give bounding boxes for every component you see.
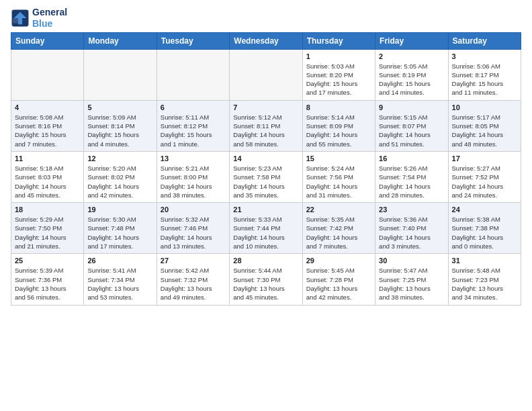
calendar-cell: 16Sunrise: 5:26 AM Sunset: 7:54 PM Dayli… xyxy=(375,151,448,202)
day-number: 6 xyxy=(161,103,226,111)
calendar-cell: 13Sunrise: 5:21 AM Sunset: 8:00 PM Dayli… xyxy=(157,151,229,202)
day-number: 31 xyxy=(452,257,517,265)
day-number: 21 xyxy=(233,205,298,214)
calendar-cell: 24Sunrise: 5:38 AM Sunset: 7:38 PM Dayli… xyxy=(448,203,521,254)
day-number: 25 xyxy=(15,257,80,265)
day-number: 1 xyxy=(306,52,371,60)
calendar-cell: 19Sunrise: 5:30 AM Sunset: 7:48 PM Dayli… xyxy=(84,203,157,254)
calendar-cell: 7Sunrise: 5:12 AM Sunset: 8:11 PM Daylig… xyxy=(230,100,302,151)
calendar: SundayMondayTuesdayWednesdayThursdayFrid… xyxy=(11,32,521,306)
day-number: 10 xyxy=(452,103,517,111)
day-info: Sunrise: 5:29 AM Sunset: 7:50 PM Dayligh… xyxy=(15,215,80,250)
day-info: Sunrise: 5:23 AM Sunset: 7:58 PM Dayligh… xyxy=(233,164,298,199)
day-number: 3 xyxy=(452,52,517,60)
day-info: Sunrise: 5:38 AM Sunset: 7:38 PM Dayligh… xyxy=(452,215,517,250)
day-number: 22 xyxy=(306,205,371,214)
day-number: 5 xyxy=(87,103,152,111)
calendar-cell: 28Sunrise: 5:44 AM Sunset: 7:30 PM Dayli… xyxy=(230,254,302,305)
day-number: 4 xyxy=(15,103,80,111)
day-info: Sunrise: 5:48 AM Sunset: 7:23 PM Dayligh… xyxy=(452,266,517,302)
day-number: 11 xyxy=(15,154,80,163)
weekday-header-saturday: Saturday xyxy=(448,32,521,49)
day-number: 15 xyxy=(306,154,371,163)
calendar-cell: 15Sunrise: 5:24 AM Sunset: 7:56 PM Dayli… xyxy=(302,151,375,202)
calendar-cell: 8Sunrise: 5:14 AM Sunset: 8:09 PM Daylig… xyxy=(302,100,375,151)
day-info: Sunrise: 5:06 AM Sunset: 8:17 PM Dayligh… xyxy=(452,62,517,97)
day-info: Sunrise: 5:09 AM Sunset: 8:14 PM Dayligh… xyxy=(87,113,152,148)
day-number: 18 xyxy=(15,205,80,214)
day-number: 24 xyxy=(452,205,517,214)
calendar-cell: 6Sunrise: 5:11 AM Sunset: 8:12 PM Daylig… xyxy=(157,100,229,151)
calendar-cell: 4Sunrise: 5:08 AM Sunset: 8:16 PM Daylig… xyxy=(11,100,84,151)
calendar-cell: 25Sunrise: 5:39 AM Sunset: 7:36 PM Dayli… xyxy=(11,254,84,305)
weekday-header-monday: Monday xyxy=(84,32,157,49)
day-number: 28 xyxy=(233,257,298,265)
logo: General Blue xyxy=(11,7,67,30)
calendar-cell: 3Sunrise: 5:06 AM Sunset: 8:17 PM Daylig… xyxy=(448,49,521,100)
day-number: 27 xyxy=(161,257,226,265)
day-number: 13 xyxy=(161,154,226,163)
calendar-week-5: 25Sunrise: 5:39 AM Sunset: 7:36 PM Dayli… xyxy=(11,254,521,305)
day-number: 16 xyxy=(379,154,444,163)
day-info: Sunrise: 5:36 AM Sunset: 7:40 PM Dayligh… xyxy=(379,215,444,250)
calendar-cell xyxy=(84,49,157,100)
day-info: Sunrise: 5:17 AM Sunset: 8:05 PM Dayligh… xyxy=(452,113,517,148)
day-info: Sunrise: 5:35 AM Sunset: 7:42 PM Dayligh… xyxy=(306,215,371,250)
calendar-cell: 12Sunrise: 5:20 AM Sunset: 8:02 PM Dayli… xyxy=(84,151,157,202)
day-info: Sunrise: 5:11 AM Sunset: 8:12 PM Dayligh… xyxy=(161,113,226,148)
day-info: Sunrise: 5:08 AM Sunset: 8:16 PM Dayligh… xyxy=(15,113,80,148)
weekday-header-sunday: Sunday xyxy=(11,32,84,49)
calendar-cell: 29Sunrise: 5:45 AM Sunset: 7:28 PM Dayli… xyxy=(302,254,375,305)
calendar-cell: 30Sunrise: 5:47 AM Sunset: 7:25 PM Dayli… xyxy=(375,254,448,305)
day-info: Sunrise: 5:05 AM Sunset: 8:19 PM Dayligh… xyxy=(379,62,444,97)
day-number: 7 xyxy=(233,103,298,111)
calendar-week-4: 18Sunrise: 5:29 AM Sunset: 7:50 PM Dayli… xyxy=(11,203,521,254)
calendar-cell: 22Sunrise: 5:35 AM Sunset: 7:42 PM Dayli… xyxy=(302,203,375,254)
calendar-week-2: 4Sunrise: 5:08 AM Sunset: 8:16 PM Daylig… xyxy=(11,100,521,151)
weekday-header-thursday: Thursday xyxy=(302,32,375,49)
calendar-cell: 21Sunrise: 5:33 AM Sunset: 7:44 PM Dayli… xyxy=(230,203,302,254)
calendar-cell: 1Sunrise: 5:03 AM Sunset: 8:20 PM Daylig… xyxy=(302,49,375,100)
day-number: 19 xyxy=(87,205,152,214)
weekday-header-wednesday: Wednesday xyxy=(230,32,302,49)
day-info: Sunrise: 5:21 AM Sunset: 8:00 PM Dayligh… xyxy=(161,164,226,199)
calendar-week-3: 11Sunrise: 5:18 AM Sunset: 8:03 PM Dayli… xyxy=(11,151,521,202)
day-number: 26 xyxy=(87,257,152,265)
calendar-cell: 31Sunrise: 5:48 AM Sunset: 7:23 PM Dayli… xyxy=(448,254,521,305)
day-number: 9 xyxy=(379,103,444,111)
calendar-header-row: SundayMondayTuesdayWednesdayThursdayFrid… xyxy=(11,32,521,49)
day-number: 2 xyxy=(379,52,444,60)
day-number: 29 xyxy=(306,257,371,265)
day-info: Sunrise: 5:33 AM Sunset: 7:44 PM Dayligh… xyxy=(233,215,298,250)
day-info: Sunrise: 5:32 AM Sunset: 7:46 PM Dayligh… xyxy=(161,215,226,250)
day-number: 14 xyxy=(233,154,298,163)
calendar-cell: 17Sunrise: 5:27 AM Sunset: 7:52 PM Dayli… xyxy=(448,151,521,202)
calendar-cell xyxy=(157,49,229,100)
calendar-cell: 23Sunrise: 5:36 AM Sunset: 7:40 PM Dayli… xyxy=(375,203,448,254)
day-number: 23 xyxy=(379,205,444,214)
calendar-week-1: 1Sunrise: 5:03 AM Sunset: 8:20 PM Daylig… xyxy=(11,49,521,100)
day-info: Sunrise: 5:39 AM Sunset: 7:36 PM Dayligh… xyxy=(15,266,80,302)
calendar-cell: 18Sunrise: 5:29 AM Sunset: 7:50 PM Dayli… xyxy=(11,203,84,254)
day-info: Sunrise: 5:12 AM Sunset: 8:11 PM Dayligh… xyxy=(233,113,298,148)
logo-icon xyxy=(11,9,30,28)
svg-rect-2 xyxy=(13,18,18,24)
calendar-cell: 5Sunrise: 5:09 AM Sunset: 8:14 PM Daylig… xyxy=(84,100,157,151)
day-info: Sunrise: 5:45 AM Sunset: 7:28 PM Dayligh… xyxy=(306,266,371,302)
day-info: Sunrise: 5:14 AM Sunset: 8:09 PM Dayligh… xyxy=(306,113,371,148)
calendar-cell xyxy=(11,49,84,100)
calendar-cell: 9Sunrise: 5:15 AM Sunset: 8:07 PM Daylig… xyxy=(375,100,448,151)
day-info: Sunrise: 5:44 AM Sunset: 7:30 PM Dayligh… xyxy=(233,266,298,302)
calendar-cell: 10Sunrise: 5:17 AM Sunset: 8:05 PM Dayli… xyxy=(448,100,521,151)
calendar-cell: 26Sunrise: 5:41 AM Sunset: 7:34 PM Dayli… xyxy=(84,254,157,305)
day-info: Sunrise: 5:20 AM Sunset: 8:02 PM Dayligh… xyxy=(87,164,152,199)
day-info: Sunrise: 5:03 AM Sunset: 8:20 PM Dayligh… xyxy=(306,62,371,97)
day-info: Sunrise: 5:15 AM Sunset: 8:07 PM Dayligh… xyxy=(379,113,444,148)
logo-text: General Blue xyxy=(32,7,67,30)
day-info: Sunrise: 5:30 AM Sunset: 7:48 PM Dayligh… xyxy=(87,215,152,250)
page: General Blue SundayMondayTuesdayWednesda… xyxy=(0,0,532,316)
header: General Blue xyxy=(11,7,521,30)
day-number: 30 xyxy=(379,257,444,265)
day-info: Sunrise: 5:47 AM Sunset: 7:25 PM Dayligh… xyxy=(379,266,444,302)
day-number: 12 xyxy=(87,154,152,163)
